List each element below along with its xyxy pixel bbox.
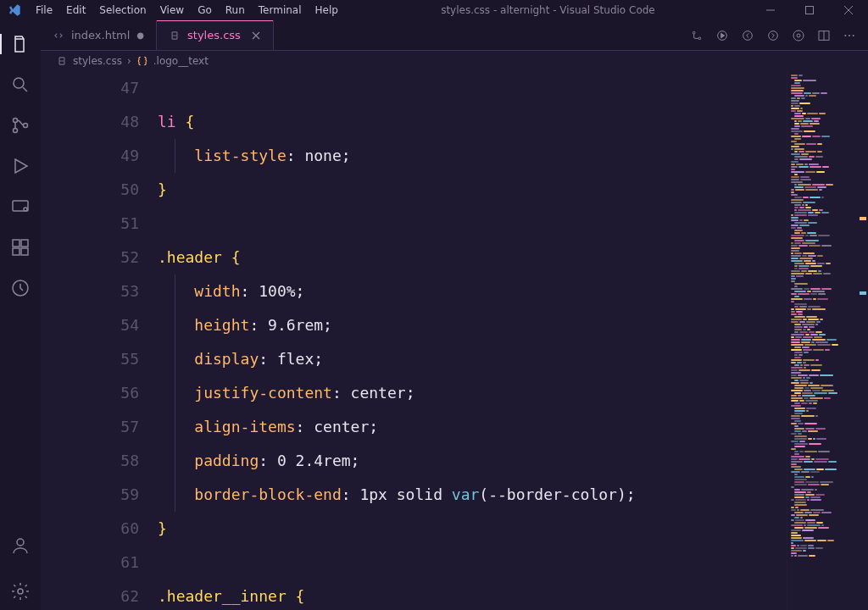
- activity-bar: [0, 20, 41, 610]
- activity-settings[interactable]: [0, 574, 41, 608]
- tab-close-icon[interactable]: [251, 30, 261, 41]
- menu-bar: File Edit Selection View Go Run Terminal…: [29, 0, 345, 20]
- split-editor-icon[interactable]: [817, 29, 831, 42]
- compare-changes-icon[interactable]: [690, 29, 704, 42]
- svg-rect-10: [21, 240, 28, 247]
- svg-point-19: [793, 30, 804, 41]
- svg-point-14: [693, 31, 695, 34]
- svg-point-2: [14, 119, 18, 123]
- css-rule-icon: [136, 55, 148, 67]
- preview-icon[interactable]: [792, 29, 805, 42]
- svg-point-15: [698, 37, 701, 40]
- chevron-right-icon: ›: [127, 55, 131, 67]
- menu-go[interactable]: Go: [191, 0, 219, 20]
- svg-point-22: [844, 35, 846, 36]
- run-icon[interactable]: [715, 29, 729, 42]
- svg-rect-5: [13, 201, 28, 211]
- code-editor[interactable]: 47484950515253545556575859606162 li { li…: [41, 71, 868, 610]
- code-content[interactable]: li { list-style: none;}.header { width: …: [158, 71, 787, 610]
- svg-point-1: [14, 78, 24, 88]
- css-file-icon: [56, 55, 68, 67]
- svg-point-6: [24, 208, 27, 211]
- more-actions-icon[interactable]: [843, 29, 856, 42]
- svg-point-20: [797, 34, 800, 37]
- go-back-icon[interactable]: [741, 29, 754, 42]
- svg-point-23: [849, 35, 850, 36]
- menu-terminal[interactable]: Terminal: [252, 0, 309, 20]
- menu-run[interactable]: Run: [219, 0, 252, 20]
- breadcrumb-symbol[interactable]: .logo__text: [153, 55, 209, 67]
- vscode-logo-icon: [0, 3, 29, 17]
- line-number-gutter: 47484950515253545556575859606162: [41, 71, 158, 610]
- tab-styles-css[interactable]: styles.css: [157, 20, 274, 50]
- svg-point-4: [24, 124, 28, 128]
- svg-point-3: [14, 129, 18, 133]
- tab-bar: index.html ● styles.css: [41, 20, 868, 51]
- svg-point-12: [17, 539, 24, 546]
- menu-selection[interactable]: Selection: [92, 0, 153, 20]
- editor-area: index.html ● styles.css: [41, 20, 868, 610]
- menu-view[interactable]: View: [153, 0, 191, 20]
- tab-dirty-indicator: ●: [136, 30, 144, 40]
- menu-edit[interactable]: Edit: [59, 0, 92, 20]
- svg-point-13: [18, 589, 23, 594]
- menu-file[interactable]: File: [29, 0, 59, 20]
- svg-point-24: [853, 35, 854, 36]
- close-button[interactable]: [829, 6, 868, 14]
- activity-remote[interactable]: [0, 190, 41, 224]
- activity-extensions[interactable]: [0, 230, 41, 264]
- svg-rect-0: [806, 7, 814, 14]
- activity-run-debug[interactable]: [0, 149, 41, 183]
- activity-search[interactable]: [0, 68, 41, 102]
- window-controls: [751, 6, 868, 14]
- svg-rect-7: [13, 240, 19, 247]
- activity-explorer[interactable]: [0, 27, 41, 61]
- go-forward-icon[interactable]: [766, 29, 780, 42]
- titlebar: File Edit Selection View Go Run Terminal…: [0, 0, 868, 20]
- svg-rect-8: [13, 248, 19, 255]
- menu-help[interactable]: Help: [309, 0, 345, 20]
- breadcrumbs[interactable]: styles.css › .logo__text: [41, 51, 868, 71]
- activity-source-control[interactable]: [0, 108, 41, 142]
- svg-point-17: [743, 30, 753, 40]
- html-file-icon: [53, 30, 64, 42]
- svg-rect-9: [21, 248, 28, 255]
- window-title: styles.css - alternight - Visual Studio …: [345, 4, 751, 16]
- minimize-button[interactable]: [751, 6, 790, 14]
- breadcrumb-file[interactable]: styles.css: [73, 55, 122, 67]
- activity-accounts[interactable]: [0, 529, 41, 563]
- tab-index-html[interactable]: index.html ●: [41, 20, 157, 50]
- editor-actions: [678, 20, 868, 50]
- tab-label: styles.css: [187, 29, 241, 42]
- maximize-button[interactable]: [790, 6, 829, 14]
- svg-point-18: [769, 30, 778, 40]
- activity-timeline[interactable]: [0, 271, 41, 305]
- minimap[interactable]: [787, 71, 868, 610]
- tab-label: index.html: [71, 29, 130, 42]
- css-file-icon: [169, 30, 181, 42]
